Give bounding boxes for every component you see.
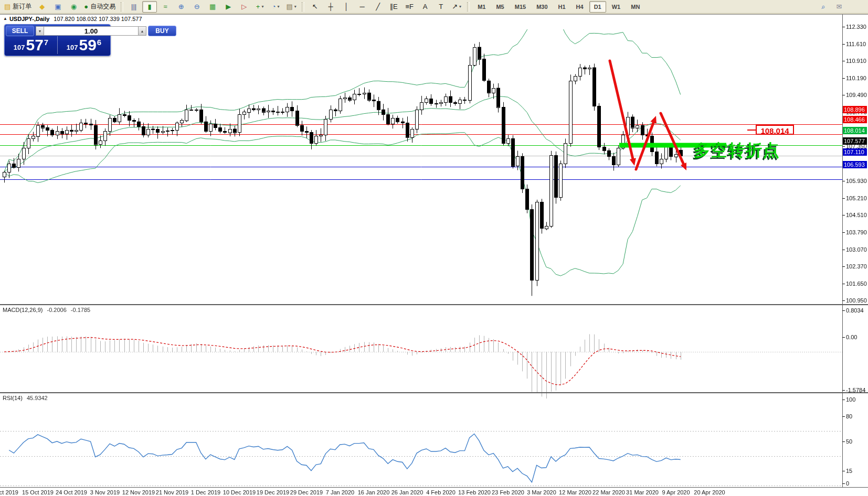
data-window-icon: ▣ xyxy=(55,3,61,11)
cursor-button[interactable]: ↖ xyxy=(308,1,322,13)
zoom-in-button[interactable]: ⊕ xyxy=(174,1,188,13)
turning-point-annotation[interactable]: 多空转折点 xyxy=(694,139,780,161)
axis-tick xyxy=(842,416,845,417)
date-axis-label: 3 Mar 2020 xyxy=(527,489,556,495)
arrows-button[interactable]: ↗▾ xyxy=(449,1,464,13)
timeframe-m5[interactable]: M5 xyxy=(491,1,509,13)
sell-button[interactable]: SELL xyxy=(6,26,34,36)
timeframe-d1[interactable]: D1 xyxy=(589,1,606,13)
axis-tick xyxy=(842,441,845,442)
volume-input[interactable] xyxy=(44,26,138,36)
price-axis-label: 109.490 xyxy=(846,92,867,98)
search-button[interactable]: ⌕ xyxy=(816,1,831,13)
timeframe-w1[interactable]: W1 xyxy=(607,1,626,13)
navigator-button[interactable]: ◉ xyxy=(66,1,81,13)
auto-trading-button-label: 自动交易 xyxy=(90,2,115,11)
timeframe-m15[interactable]: M15 xyxy=(510,1,531,13)
timeframe-m1-label: M1 xyxy=(475,3,488,11)
timeframe-m5-label: M5 xyxy=(493,3,506,11)
auto-trading-button[interactable]: ●自动交易 xyxy=(82,1,118,13)
navigator-icon: ◉ xyxy=(71,3,77,11)
rsi-label: RSI(14) 45.9342 xyxy=(3,395,48,401)
volume-increase-button[interactable]: ▲ xyxy=(138,26,146,36)
timeframe-mn[interactable]: MN xyxy=(626,1,644,13)
axis-tick xyxy=(842,78,845,79)
date-axis-border xyxy=(0,487,868,488)
zoom-out-button[interactable]: ⊖ xyxy=(189,1,204,13)
price-tag-108014[interactable]: 108.014 xyxy=(756,125,794,135)
indicators-button[interactable]: +▾ xyxy=(252,1,267,13)
timeframe-h4[interactable]: H4 xyxy=(571,1,588,13)
new-order-icon: ▤ xyxy=(4,3,10,11)
vertical-line-button[interactable]: │ xyxy=(339,1,354,13)
price-axis-label: 112.330 xyxy=(846,24,866,30)
price-axis-label: 105.210 xyxy=(846,195,867,201)
axis-tick xyxy=(842,250,845,250)
panel-separator-rsi[interactable] xyxy=(0,392,868,393)
macd-axis-label: 0.00 xyxy=(846,334,857,340)
horizontal-line-button[interactable]: ─ xyxy=(355,1,369,13)
trendline-button[interactable]: ╱ xyxy=(371,1,385,13)
chart-shift-button[interactable]: ▷ xyxy=(237,1,251,13)
axis-tick xyxy=(842,215,845,215)
candlestick-chart-button[interactable]: ▮ xyxy=(142,1,157,13)
crosshair-button[interactable]: ┼ xyxy=(323,1,338,13)
toolbar-grip[interactable] xyxy=(467,2,470,12)
axis-tick xyxy=(842,471,845,471)
collapse-trade-panel-icon[interactable]: ▲ xyxy=(3,16,7,21)
bar-chart-icon: ||| xyxy=(131,3,136,11)
axis-tick xyxy=(842,337,845,338)
zoom-in-icon: ⊕ xyxy=(178,3,184,11)
new-order-button-label: 新订单 xyxy=(13,2,31,11)
chart-shift-icon: ▷ xyxy=(241,3,247,11)
auto-scroll-icon: ▶ xyxy=(226,3,231,11)
date-axis-label: 4 Feb 2020 xyxy=(426,489,456,495)
data-window-button[interactable]: ▣ xyxy=(50,1,65,13)
price-axis-label: 103.070 xyxy=(846,246,867,253)
axis-tick xyxy=(842,198,845,199)
date-axis-label: 10 Dec 2019 xyxy=(223,489,256,495)
toolbar-grip[interactable] xyxy=(121,2,123,12)
fibonacci-button[interactable]: ≡F xyxy=(402,1,417,13)
macd-panel-canvas[interactable] xyxy=(0,320,842,407)
date-axis-label: 29 Dec 2019 xyxy=(290,489,323,495)
volume-decrease-button[interactable]: ▼ xyxy=(36,26,44,36)
mt4-terminal: ▤新订单◆▣◉●自动交易|||▮≈⊕⊖▦▶▷+▾◔▾▤▾↖┼│─╱∥E≡FAT↗… xyxy=(0,0,868,496)
macd-signal-value: -0.1785 xyxy=(71,307,90,313)
timeframe-d1-label: D1 xyxy=(591,3,604,11)
text-button[interactable]: A xyxy=(418,1,432,13)
axis-tick xyxy=(842,61,845,61)
timeframe-m1[interactable]: M1 xyxy=(473,1,490,13)
tile-windows-button[interactable]: ▦ xyxy=(205,1,220,13)
periods-button[interactable]: ◔▾ xyxy=(268,1,283,13)
rsi-axis-label: 80 xyxy=(846,413,852,419)
rsi-panel-canvas[interactable] xyxy=(0,408,842,496)
line-chart-button[interactable]: ≈ xyxy=(158,1,173,13)
toolbar-grip[interactable] xyxy=(302,2,304,12)
bar-chart-button[interactable]: ||| xyxy=(126,1,141,13)
periods-icon: ◔ xyxy=(272,3,276,11)
axis-tick xyxy=(842,483,845,484)
date-axis-label: 24 Oct 2019 xyxy=(56,489,87,495)
sell-price[interactable]: 107 57 7 xyxy=(5,36,57,54)
auto-scroll-button[interactable]: ▶ xyxy=(221,1,236,13)
timeframe-m30[interactable]: M30 xyxy=(532,1,552,13)
price-tag-leader-line xyxy=(747,130,756,131)
dropdown-caret-icon: ▾ xyxy=(459,4,461,9)
buy-button[interactable]: BUY xyxy=(148,26,176,36)
toolbar-right: ⌕✉ xyxy=(816,1,847,13)
market-watch-button[interactable]: ◆ xyxy=(35,1,49,13)
main-chart-canvas[interactable] xyxy=(0,29,842,319)
equidistant-channel-button[interactable]: ∥E xyxy=(386,1,401,13)
date-axis-label: 5 Oct 2019 xyxy=(0,489,18,495)
timeframe-h1[interactable]: H1 xyxy=(554,1,570,13)
chat-icon: ✉ xyxy=(837,3,842,11)
buy-price[interactable]: 107 59 6 xyxy=(57,36,110,54)
templates-button[interactable]: ▤▾ xyxy=(284,1,299,13)
text-label-button[interactable]: T xyxy=(433,1,448,13)
date-axis-label: 20 Apr 2020 xyxy=(694,489,725,495)
new-order-button[interactable]: ▤新订单 xyxy=(2,1,34,13)
axis-tick xyxy=(842,44,845,45)
panel-separator-macd[interactable] xyxy=(0,304,868,305)
chat-button[interactable]: ✉ xyxy=(832,1,846,13)
